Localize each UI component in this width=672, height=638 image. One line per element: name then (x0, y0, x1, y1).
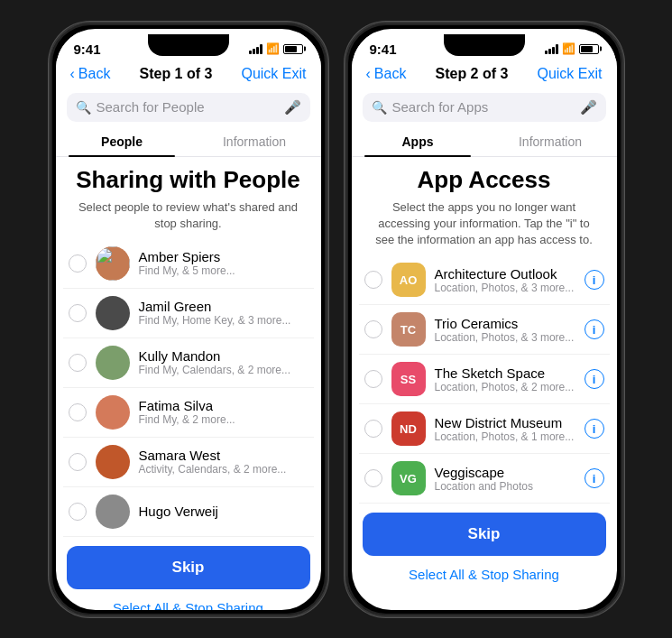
person-name: Samara West (139, 448, 308, 463)
info-button[interactable]: i (585, 468, 604, 488)
app-sub: Location, Photos, & 2 more... (435, 381, 575, 393)
chevron-left-icon-1: ‹ (70, 66, 75, 82)
app-info: Architecture Outlook Location, Photos, &… (435, 266, 575, 294)
status-icons-2: 📶 (545, 42, 599, 55)
tabs-2: Apps Information (352, 127, 617, 157)
tab-information-2[interactable]: Information (484, 127, 617, 156)
radio-circle[interactable] (364, 420, 382, 438)
person-info: Fatima Silva Find My, & 2 more... (139, 398, 308, 426)
list-item[interactable]: Kully Mandon Find My, Calendars, & 2 mor… (63, 338, 314, 388)
search-icon-2: 🔍 (372, 100, 387, 115)
mic-icon-1[interactable]: 🎤 (284, 99, 301, 116)
signal-icon-2 (545, 43, 558, 54)
phone2: 9:41 📶 (345, 22, 624, 617)
list-item[interactable]: Samara West Activity, Calendars, & 2 mor… (63, 438, 314, 487)
back-button-1[interactable]: ‹ Back (70, 66, 111, 82)
app-sub: Location and Photos (435, 480, 575, 493)
list-item[interactable]: AO Architecture Outlook Location, Photos… (359, 255, 610, 305)
quick-exit-button-2[interactable]: Quick Exit (537, 66, 602, 82)
avatar (96, 445, 130, 479)
radio-circle[interactable] (69, 453, 87, 471)
avatar (96, 346, 130, 380)
nav-bar-1: ‹ Back Step 1 of 3 Quick Exit (56, 60, 321, 88)
info-button[interactable]: i (585, 369, 604, 389)
main-title-2: App Access (352, 157, 617, 198)
app-icon: VG (391, 461, 426, 495)
skip-button-2[interactable]: Skip (363, 513, 606, 556)
app-icon: AO (391, 263, 426, 297)
list-item[interactable]: TC Trio Ceramics Location, Photos, & 3 m… (359, 305, 610, 355)
person-info: Jamil Green Find My, Home Key, & 3 more.… (139, 299, 308, 327)
status-time-1: 9:41 (74, 42, 101, 57)
radio-circle[interactable] (364, 271, 382, 289)
app-info: Veggiscape Location and Photos (435, 465, 575, 493)
person-list: Amber Spiers Find My, & 5 more... Jamil … (56, 239, 321, 537)
select-all-button-2[interactable]: Select All & Stop Sharing (352, 561, 617, 587)
list-item[interactable]: Amber Spiers Find My, & 5 more... (63, 239, 314, 289)
radio-circle[interactable] (69, 503, 87, 521)
mic-icon-2[interactable]: 🎤 (580, 99, 597, 116)
person-sub: Find My, & 5 more... (139, 264, 308, 277)
chevron-left-icon-2: ‹ (366, 66, 371, 82)
search-bar-2[interactable]: 🔍 Search for Apps 🎤 (363, 93, 606, 122)
radio-circle[interactable] (364, 370, 382, 388)
radio-circle[interactable] (69, 304, 87, 322)
person-name: Hugo Verweij (139, 504, 308, 519)
list-item[interactable]: Jamil Green Find My, Home Key, & 3 more.… (63, 289, 314, 338)
skip-button-1[interactable]: Skip (67, 546, 310, 589)
quick-exit-button-1[interactable]: Quick Exit (241, 66, 306, 82)
list-item[interactable]: SS The Sketch Space Location, Photos, & … (359, 355, 610, 404)
info-button[interactable]: i (585, 319, 604, 339)
person-name: Kully Mandon (139, 348, 308, 364)
person-name: Fatima Silva (139, 398, 308, 413)
person-sub: Activity, Calendars, & 2 more... (139, 463, 308, 476)
app-list: AO Architecture Outlook Location, Photos… (352, 255, 617, 504)
list-item[interactable]: Hugo Verweij (63, 487, 314, 537)
person-name: Amber Spiers (139, 249, 308, 264)
status-icons-1: 📶 (249, 42, 303, 55)
notch (148, 34, 229, 56)
select-all-button-1[interactable]: Select All & Stop Sharing (56, 595, 321, 610)
app-name: The Sketch Space (435, 365, 575, 381)
tab-people[interactable]: People (56, 127, 189, 156)
avatar (96, 246, 130, 281)
avatar (96, 395, 130, 430)
radio-circle[interactable] (69, 354, 87, 372)
main-title-1: Sharing with People (56, 157, 321, 198)
app-info: New District Museum Location, Photos, & … (435, 415, 575, 443)
back-label-1: Back (78, 66, 111, 82)
radio-circle[interactable] (364, 320, 382, 338)
app-sub: Location, Photos, & 3 more... (435, 331, 575, 344)
person-info: Amber Spiers Find My, & 5 more... (139, 249, 308, 277)
phone2-screen: 9:41 📶 (352, 29, 617, 610)
person-name: Jamil Green (139, 299, 308, 314)
phone1-screen: 9:41 📶 (56, 29, 321, 610)
back-label-2: Back (374, 66, 407, 82)
list-item[interactable]: Fatima Silva Find My, & 2 more... (63, 388, 314, 438)
app-name: Veggiscape (435, 465, 575, 480)
tab-information-1[interactable]: Information (189, 127, 321, 156)
list-item[interactable]: VG Veggiscape Location and Photos i (359, 454, 610, 504)
person-info: Samara West Activity, Calendars, & 2 mor… (139, 448, 308, 476)
nav-title-2: Step 2 of 3 (435, 66, 508, 82)
search-bar-1[interactable]: 🔍 Search for People 🎤 (67, 93, 310, 122)
search-placeholder-1: Search for People (97, 99, 279, 115)
app-icon: ND (391, 411, 426, 446)
info-button[interactable]: i (585, 270, 604, 290)
app-info: Trio Ceramics Location, Photos, & 3 more… (435, 316, 575, 344)
person-info: Kully Mandon Find My, Calendars, & 2 mor… (139, 348, 308, 376)
tab-apps[interactable]: Apps (352, 127, 484, 156)
info-button[interactable]: i (585, 419, 604, 439)
battery-icon-2 (579, 44, 599, 54)
list-item[interactable]: ND New District Museum Location, Photos,… (359, 404, 610, 454)
back-button-2[interactable]: ‹ Back (366, 66, 407, 82)
radio-circle[interactable] (69, 403, 87, 421)
search-placeholder-2: Search for Apps (392, 99, 575, 115)
avatar (96, 296, 130, 330)
radio-circle[interactable] (69, 254, 87, 273)
radio-circle[interactable] (364, 469, 382, 487)
app-name: Trio Ceramics (435, 316, 575, 331)
app-sub: Location, Photos, & 1 more... (435, 430, 575, 443)
app-name: New District Museum (435, 415, 575, 430)
person-sub: Find My, & 2 more... (139, 413, 308, 426)
